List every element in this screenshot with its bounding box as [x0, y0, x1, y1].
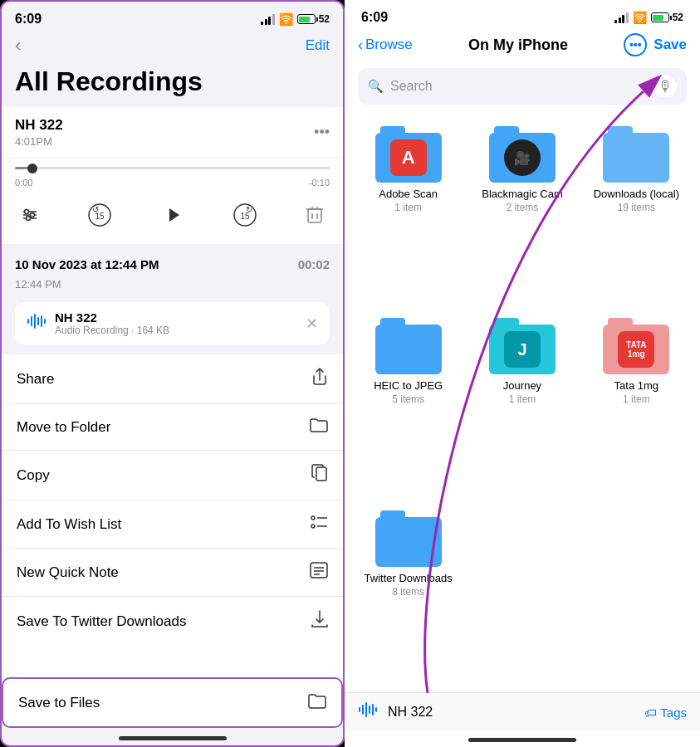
- progress-bar[interactable]: [15, 167, 330, 169]
- folder-icon-twitter: [375, 510, 442, 567]
- back-button[interactable]: ‹: [15, 35, 21, 56]
- copy-icon: [311, 464, 328, 486]
- recording-duration: 00:02: [298, 257, 330, 271]
- folder-icon: [310, 417, 328, 437]
- folder-tata[interactable]: TATA 1mg Tata 1mg 1 item: [580, 308, 693, 500]
- folder-downloads[interactable]: Downloads (local) 19 items: [580, 116, 693, 308]
- status-icons-right: 🛜 52: [614, 11, 683, 24]
- svg-rect-24: [44, 319, 46, 324]
- folder-name: Twitter Downloads: [365, 572, 453, 584]
- svg-point-26: [311, 516, 315, 520]
- home-indicator-left: [119, 736, 227, 740]
- folder-name: Blackmagic Cam: [482, 188, 563, 200]
- rewind-button[interactable]: 15 ↺: [85, 200, 115, 230]
- sub-date: 12:44 PM: [2, 276, 343, 297]
- folder-blackmagic[interactable]: 🎥 Blackmagic Cam 2 items: [465, 116, 579, 308]
- home-indicator-right: [468, 738, 576, 742]
- folder-count: 1 item: [623, 393, 650, 405]
- time-start: 0:00: [15, 178, 32, 188]
- folder-icon-tata: TATA 1mg: [603, 318, 669, 374]
- player-section: 0:00 -0:10 15 ↺: [2, 159, 343, 244]
- svg-rect-19: [27, 319, 29, 324]
- folders-grid: A Adobe Scan 1 item 🎥 Blackma: [345, 116, 700, 692]
- svg-rect-39: [375, 707, 377, 712]
- share-icon: [311, 368, 328, 390]
- folder-name: Tata 1mg: [614, 379, 658, 392]
- menu-item-share[interactable]: Share: [2, 354, 343, 404]
- save-to-files-label: Save to Files: [18, 695, 100, 711]
- svg-rect-36: [365, 702, 367, 717]
- svg-point-3: [25, 210, 29, 214]
- menu-item-wishlist[interactable]: Add To Wish List: [2, 500, 343, 549]
- forward-button[interactable]: 15 ↻: [230, 200, 260, 230]
- time-left: 6:09: [15, 12, 42, 27]
- quick-note-label: New Quick Note: [17, 564, 119, 581]
- tags-label: Tags: [660, 706, 687, 720]
- browse-button[interactable]: ‹ Browse: [358, 37, 413, 54]
- wifi-icon-right: 🛜: [633, 11, 647, 24]
- progress-track[interactable]: [15, 167, 330, 169]
- folder-icon-heic: [375, 318, 442, 374]
- bottom-file-name: NH 322: [388, 705, 634, 720]
- files-nav: ‹ Browse On My iPhone ••• Save: [345, 30, 700, 65]
- svg-rect-38: [372, 704, 374, 715]
- play-button[interactable]: [155, 198, 190, 232]
- move-folder-label: Move to Folder: [17, 419, 110, 436]
- wishlist-icon: [310, 514, 328, 535]
- folder-adobe-scan[interactable]: A Adobe Scan 1 item: [351, 116, 465, 308]
- recording-date: 10 Nov 2023 at 12:44 PM: [15, 257, 159, 271]
- edit-button[interactable]: Edit: [306, 37, 330, 54]
- folder-heic[interactable]: HEIC to JPEG 5 items: [351, 308, 465, 500]
- more-button[interactable]: •••: [624, 33, 647, 56]
- recording-title: NH 322: [15, 117, 63, 134]
- save-nav-button[interactable]: Save: [653, 37, 687, 53]
- svg-text:↺: ↺: [92, 205, 99, 214]
- file-name: NH 322: [55, 310, 169, 325]
- folder-icon-downloads: [603, 126, 669, 183]
- waveform-icon: [27, 313, 47, 334]
- close-button[interactable]: ✕: [306, 315, 318, 333]
- menu-item-copy[interactable]: Copy: [2, 451, 343, 500]
- tags-button[interactable]: 🏷 Tags: [644, 706, 687, 720]
- browse-label: Browse: [365, 37, 413, 53]
- folder-icon-journey: J: [489, 318, 556, 374]
- nav-bar-left: ‹ Edit: [2, 32, 343, 63]
- folder-count: 1 item: [394, 202, 422, 213]
- delete-button[interactable]: [300, 200, 330, 230]
- menu-list: Share Move to Folder Copy: [2, 354, 343, 677]
- ellipsis-button[interactable]: •••: [314, 124, 330, 141]
- search-input[interactable]: Search: [390, 79, 647, 94]
- recording-row[interactable]: NH 322 4:01PM •••: [2, 107, 343, 158]
- audio-waveform-icon: [358, 701, 378, 723]
- folder-count: 8 items: [392, 586, 424, 598]
- files-nav-title: On My iPhone: [468, 37, 568, 54]
- svg-point-4: [31, 213, 35, 217]
- menu-item-twitter-dl[interactable]: Save To Twitter Downloads: [2, 597, 343, 646]
- status-bar-left: 6:09 🛜 52: [2, 2, 343, 32]
- time-labels: 0:00 -0:10: [15, 178, 330, 188]
- folder-journey[interactable]: J Journey 1 item: [465, 308, 579, 500]
- save-to-files-row[interactable]: Save to Files: [2, 677, 343, 728]
- right-wrapper: 6:09 🛜 52 ‹ Browse: [345, 0, 700, 747]
- folder-count: 1 item: [509, 393, 536, 405]
- signal-icon-right: [614, 12, 629, 23]
- share-label: Share: [17, 371, 54, 388]
- svg-rect-30: [311, 563, 327, 578]
- svg-rect-25: [316, 467, 326, 481]
- folder-twitter[interactable]: Twitter Downloads 8 items: [351, 500, 465, 692]
- folder-count: 2 items: [507, 202, 539, 213]
- bottom-bar: NH 322 🏷 Tags: [345, 692, 700, 731]
- menu-item-quick-note[interactable]: New Quick Note: [2, 549, 343, 597]
- menu-item-move-folder[interactable]: Move to Folder: [2, 404, 343, 451]
- left-panel: 6:09 🛜 52 ‹ Edit All Recordings NH 322 4…: [0, 0, 345, 747]
- mic-icon[interactable]: 🎙: [653, 75, 677, 98]
- search-bar[interactable]: 🔍 Search 🎙: [358, 68, 687, 105]
- folder-icon-adobe-scan: A: [375, 126, 442, 183]
- equalizer-button[interactable]: [15, 200, 45, 230]
- battery-icon: 52: [297, 13, 330, 25]
- svg-rect-35: [362, 705, 364, 715]
- folder-name: HEIC to JPEG: [374, 379, 443, 392]
- svg-rect-13: [308, 209, 321, 222]
- folder-count: 5 items: [392, 393, 424, 405]
- twitter-dl-label: Save To Twitter Downloads: [17, 613, 186, 630]
